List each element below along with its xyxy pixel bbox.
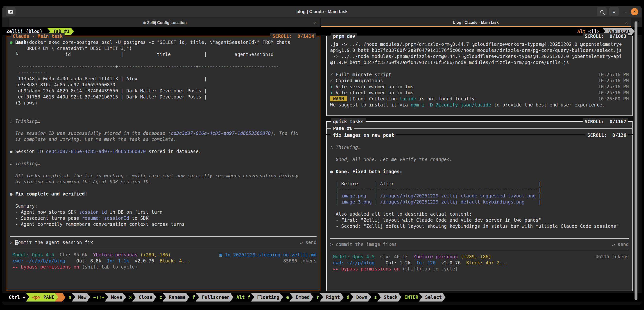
new-tab-icon — [8, 10, 13, 13]
terminal-line: | Before | After | — [330, 181, 629, 187]
pane-quick-tasks[interactable]: quick tasks SCROLL: 0/1167 — [326, 121, 632, 128]
pane-title: quick tasks — [331, 118, 366, 125]
zellij-keybinding-bar: Ctrl +<p> PANEnNew←↓↑→MovexClosecRenamef… — [2, 293, 642, 302]
terminal-line — [10, 124, 316, 130]
terminal-line — [10, 155, 316, 161]
tab-zellij-config-location[interactable]: ∗ Zellij Config Location × — [10, 18, 320, 27]
terminal-line: Good, all done. Let me verify the change… — [330, 156, 629, 163]
terminal-line — [10, 106, 316, 112]
close-button[interactable]: × — [631, 8, 638, 15]
terminal-line: 113a48fb-0d3b-4a0d-aa9a-8eedf1ff4113 | A… — [10, 76, 316, 82]
keybinding-label-right: Right — [320, 293, 344, 302]
pane-scroll-indicator: SCROLL: 0/1167 — [582, 118, 628, 125]
terminal-line: cwd: ~/c/p/blog Out: 1.2k In: 120 v2.0.7… — [330, 260, 629, 266]
pane-title: Pane #6 — [331, 125, 354, 132]
terminal-line: | image.png | /images/blog/20251229-zell… — [330, 193, 629, 199]
claude-input-area: ↵ send> commit the image fixes 46215 tok… — [330, 238, 629, 272]
terminal-output: ∴ Thinking… Good, all done. Let me verif… — [330, 138, 629, 229]
new-tab-button[interactable] — [6, 7, 16, 16]
keybinding-label-fullscreen: Fullscreen — [196, 293, 234, 302]
terminal-line — [330, 175, 629, 181]
terminal-line — [10, 167, 316, 173]
keybinding-label-select: Select — [419, 293, 446, 302]
window-controls: ≡ – × — [597, 7, 638, 16]
terminal-line: -----------------------------------+----… — [10, 63, 316, 70]
pane-title: fix images on new post — [331, 132, 396, 138]
minimize-icon: – — [623, 8, 626, 14]
window-title: blog | Claude - Main task — [2, 9, 642, 14]
window-bottom-edge — [2, 302, 642, 305]
terminal-line: ∴ Thinking… — [10, 118, 316, 124]
terminal-line: api@1.9.0_bett_b3c7fc33760f42a9f04791c11… — [330, 47, 629, 53]
terminal-line: - First: "Zellij layout with Claude Code… — [330, 217, 629, 223]
tab-title: ∗ Zellij Config Location — [143, 20, 187, 25]
terminal-line: -> ../../node_modules/.pnpm/drizzle-orm@… — [330, 53, 629, 59]
terminal-line: | image-3.png | /images/blog/20251229-ze… — [330, 199, 629, 205]
terminal-line: └ id | title | agentSessionId — [10, 51, 316, 57]
keybinding-key-select: ENTER — [398, 293, 422, 302]
terminal-line: ▣ In 20251229.sleeping-on-zellij.md Mode… — [10, 252, 316, 258]
terminal-line: 10:25:16 PM✓ Built migrate script — [330, 71, 629, 78]
terminal-tabstrip: ∗ Zellij Config Location × blog | Claude… — [2, 17, 642, 27]
tab-blog-claude-main-task[interactable]: blog | Claude - Main task × — [321, 18, 632, 27]
mode-indicator-pane: <p> PANE — [26, 293, 58, 302]
pane-title: pnpm dev — [331, 33, 357, 39]
terminal-line: ● Bash(docker exec core-postgres psql -U… — [10, 39, 316, 45]
pane-claude-main-task[interactable]: Claude - Main task SCROLL: 0/1414 ● Bash… — [6, 36, 320, 291]
menu-button[interactable]: ≡ — [609, 7, 619, 16]
terminal-line: - Subsequent turns pass resume: sessionI… — [10, 215, 316, 221]
terminal-line: by storing and resuming the Agent SDK se… — [10, 179, 316, 185]
prompt-input[interactable]: ↵ send> commit the agent session fix — [10, 237, 316, 248]
terminal-line: (3 rows) — [10, 100, 316, 106]
terminal-window: blog | Claude - Main task ≡ – × ∗ Zellij… — [2, 6, 642, 305]
zellij-tab-bar: Zellij (blog) Tab #1 Alt <[]> VERTICAL — [2, 27, 642, 35]
terminal-line — [10, 197, 316, 203]
terminal-line: ce3c3d87-816e-4c85-ad97-1d6653560870 — [10, 82, 316, 88]
minimize-button[interactable]: – — [621, 8, 628, 15]
terminal-viewport: Zellij (blog) Tab #1 Alt <[]> VERTICAL C… — [2, 27, 642, 293]
terminal-line: Also updated alt text to describe actual… — [330, 211, 629, 217]
terminal-line: All tasks completed. The fix is working … — [10, 173, 316, 179]
tab-close-icon[interactable]: × — [314, 20, 317, 25]
pane-scroll-indicator: SCROLL: 0/126 — [586, 132, 628, 138]
terminal-line: is complete and working. Let me mark the… — [10, 136, 316, 142]
terminal-line: ● Done. Fixed both images: — [330, 169, 629, 175]
terminal-line: 10:26:00 PM WARN [Icon] Collection lucid… — [330, 96, 629, 102]
terminal-line: 85686 tokens cwd: ~/c/p/b/p/blog Out: 8.… — [10, 258, 316, 264]
pane-scroll-indicator: SCROLL: 0/1414 — [270, 33, 316, 39]
terminal-line: ∴ Thinking… — [330, 144, 629, 150]
keybinding-label-stack: Stack — [378, 293, 402, 302]
terminal-line: ∴ Thinking… — [10, 161, 316, 167]
terminal-line: @1.9.0_bett_b3c7fc33760f42a9f04791c1176f… — [330, 59, 629, 65]
terminal-line: - Agent correctly remembers conversation… — [10, 221, 316, 227]
terminal-line: ▸▸ bypass permissions on (shift+tab to c… — [10, 264, 316, 270]
terminal-line — [330, 163, 629, 169]
keybinding-label-rename: Rename — [163, 293, 190, 302]
terminal-line: ● Session ID ce3c3d87-816e-4c85-ad97-1d6… — [10, 148, 316, 155]
terminal-line — [330, 65, 629, 71]
claude-status-line: ▣ In 20251229.sleeping-on-zellij.md Mode… — [10, 248, 316, 270]
terminal-line: ▸▸ bypass permissions on (shift+tab to c… — [330, 266, 629, 272]
tab-close-icon[interactable]: × — [625, 20, 628, 25]
terminal-line: ↵ send> commit the agent session fix — [10, 237, 316, 248]
terminal-line: - Agent now stores SDK session_id in DB … — [10, 209, 316, 215]
terminal-line: ---------- — [10, 70, 316, 76]
search-button[interactable] — [597, 7, 606, 16]
keybinding-label-embed: Embed — [289, 293, 314, 302]
terminal-output: ● Bash(docker exec core-postgres psql -U… — [10, 39, 316, 227]
close-icon: × — [633, 9, 636, 14]
pane-pnpm-dev[interactable]: pnpm dev SCROLL: 0/1003 .js -> ../../nod… — [326, 36, 632, 116]
prompt-input[interactable]: ↵ send> commit the image fixes — [330, 239, 629, 250]
pane-fix-images-on-new-post[interactable]: fix images on new post SCROLL: 0/126 ∴ T… — [326, 135, 632, 291]
keybinding-key-floating: Alt f — [230, 293, 254, 302]
terminal-line: ● Fix complete and verified! — [10, 191, 316, 197]
terminal-line: - Second: "Zellij default layout showing… — [330, 223, 629, 229]
terminal-line — [330, 138, 629, 144]
terminal-scrollbar[interactable] — [634, 21, 638, 300]
terminal-line: The session ID was successfully stored i… — [10, 130, 316, 136]
keybinding-label-close: Close — [132, 293, 156, 302]
search-icon — [600, 10, 604, 13]
terminal-line: We suggest to install it via npm i -D @i… — [330, 102, 629, 108]
keybinding-label-floating: Floating — [251, 293, 283, 302]
terminal-line — [330, 150, 629, 156]
